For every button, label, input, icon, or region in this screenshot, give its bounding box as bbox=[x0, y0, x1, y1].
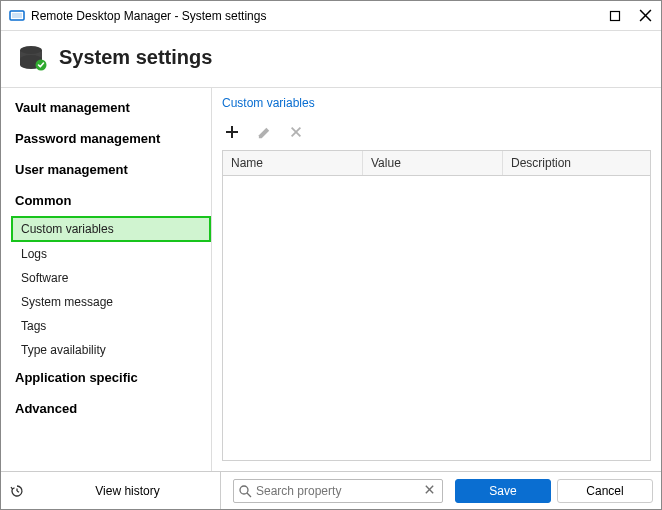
settings-logo-icon bbox=[15, 41, 47, 73]
sidebar-section-application-specific[interactable]: Application specific bbox=[11, 362, 211, 393]
table-body bbox=[223, 176, 650, 460]
app-icon bbox=[9, 8, 25, 24]
column-header-value[interactable]: Value bbox=[363, 151, 503, 175]
svg-rect-2 bbox=[611, 11, 620, 20]
sidebar-section-password[interactable]: Password management bbox=[11, 123, 211, 154]
sidebar-item-software[interactable]: Software bbox=[11, 266, 211, 290]
window-title: Remote Desktop Manager - System settings bbox=[31, 9, 607, 23]
variables-table: Name Value Description bbox=[222, 150, 651, 461]
cancel-button[interactable]: Cancel bbox=[557, 479, 653, 503]
sidebar-item-logs[interactable]: Logs bbox=[11, 242, 211, 266]
column-header-description[interactable]: Description bbox=[503, 151, 650, 175]
breadcrumb-custom-variables[interactable]: Custom variables bbox=[222, 94, 651, 120]
svg-point-14 bbox=[240, 486, 248, 494]
svg-rect-1 bbox=[12, 13, 22, 18]
window-close-button[interactable] bbox=[637, 8, 653, 24]
search-icon bbox=[238, 484, 252, 498]
sidebar-section-vault[interactable]: Vault management bbox=[11, 92, 211, 123]
history-icon[interactable] bbox=[9, 483, 25, 499]
svg-line-15 bbox=[247, 493, 251, 497]
save-button[interactable]: Save bbox=[455, 479, 551, 503]
sidebar-item-system-message[interactable]: System message bbox=[11, 290, 211, 314]
sidebar-section-common[interactable]: Common bbox=[11, 185, 211, 216]
add-button[interactable] bbox=[222, 122, 242, 142]
search-property-input[interactable] bbox=[256, 484, 424, 498]
settings-sidebar: Vault management Password management Use… bbox=[1, 88, 211, 471]
window-maximize-button[interactable] bbox=[607, 8, 623, 24]
page-title: System settings bbox=[59, 46, 212, 69]
edit-button bbox=[254, 122, 274, 142]
sidebar-item-type-availability[interactable]: Type availability bbox=[11, 338, 211, 362]
view-history-button[interactable]: View history bbox=[35, 472, 221, 509]
sidebar-section-user[interactable]: User management bbox=[11, 154, 211, 185]
delete-button bbox=[286, 122, 306, 142]
sidebar-item-custom-variables[interactable]: Custom variables bbox=[11, 216, 211, 242]
column-header-name[interactable]: Name bbox=[223, 151, 363, 175]
clear-search-button[interactable] bbox=[424, 484, 438, 498]
sidebar-section-advanced[interactable]: Advanced bbox=[11, 393, 211, 424]
svg-line-13 bbox=[17, 491, 19, 492]
sidebar-item-tags[interactable]: Tags bbox=[11, 314, 211, 338]
